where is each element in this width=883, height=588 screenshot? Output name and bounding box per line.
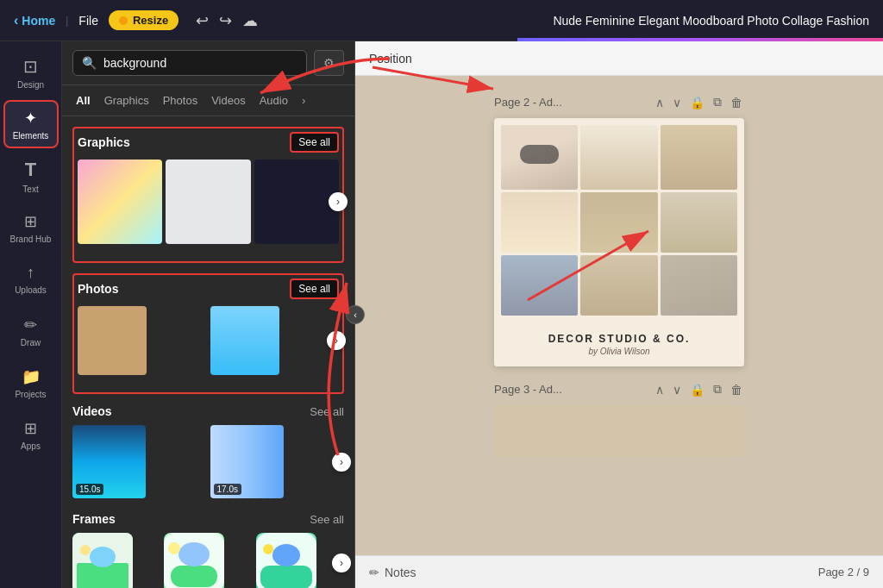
videos-see-all[interactable]: See all xyxy=(310,405,344,418)
video-item-1[interactable]: 15.0s xyxy=(72,425,146,498)
video-duration-1: 15.0s xyxy=(76,484,103,495)
back-icon: ‹ xyxy=(14,13,18,28)
svg-point-2 xyxy=(90,547,116,567)
redo-button[interactable]: ↪ xyxy=(219,11,232,30)
frames-next[interactable]: › xyxy=(332,554,351,572)
frames-section: Frames See all xyxy=(72,512,344,588)
document-title: Nude Feminine Elegant Moodboard Photo Co… xyxy=(553,14,869,28)
design-icon: ⊡ xyxy=(23,56,38,77)
frame-item-3[interactable] xyxy=(256,533,316,588)
category-tabs: All Graphics Photos Videos Audio › xyxy=(62,85,354,116)
separator: | xyxy=(66,15,68,27)
resize-button[interactable]: Resize xyxy=(109,10,178,30)
moodboard-img-3 xyxy=(661,125,737,190)
page-3-label: Page 3 - Ad... xyxy=(494,383,647,396)
tab-all[interactable]: All xyxy=(72,92,94,109)
search-input-wrap[interactable]: 🔍 xyxy=(72,50,307,76)
photos-grid: › xyxy=(78,306,339,375)
graphics-item-2[interactable] xyxy=(166,160,250,244)
videos-section-header: Videos See all xyxy=(72,404,344,418)
photos-item-1[interactable] xyxy=(78,306,147,375)
page-2-lock[interactable]: 🔒 xyxy=(688,94,706,111)
sidebar-item-draw[interactable]: ✏ Draw xyxy=(3,307,59,355)
moodboard-img-1 xyxy=(501,125,578,190)
video-item-2[interactable]: 17.0s xyxy=(210,425,284,498)
bottom-bar: ✏ Notes Page 2 / 9 xyxy=(355,555,883,588)
canvas-scroll[interactable]: Page 2 - Ad... ∧ ∨ 🔒 ⧉ 🗑 xyxy=(355,76,883,555)
page-2-down[interactable]: ∨ xyxy=(671,94,683,111)
photos-next[interactable]: › xyxy=(327,331,346,350)
frames-see-all[interactable]: See all xyxy=(310,513,344,526)
photos-section-highlight: Photos See all › xyxy=(72,273,344,394)
photos-title: Photos xyxy=(78,282,118,296)
graphics-item-1[interactable] xyxy=(78,160,162,244)
notes-button[interactable]: ✏ Notes xyxy=(369,566,416,579)
undo-button[interactable]: ↩ xyxy=(196,11,209,30)
moodboard-img-8 xyxy=(580,255,657,316)
svg-point-10 xyxy=(272,544,300,566)
design-subtitle: by Olivia Wilson xyxy=(501,347,737,356)
cloud-save-button[interactable]: ☁ xyxy=(242,11,258,30)
brand-icon: ⊞ xyxy=(24,212,37,231)
moodboard-img-5 xyxy=(580,192,657,253)
sidebar-item-apps[interactable]: ⊞ Apps xyxy=(3,410,59,459)
search-bar: 🔍 ⚙ xyxy=(62,41,354,85)
page-3-container: Page 3 - Ad... ∧ ∨ 🔒 ⧉ 🗑 xyxy=(494,380,744,457)
svg-point-3 xyxy=(80,545,91,555)
search-input[interactable] xyxy=(103,56,297,70)
svg-rect-5 xyxy=(171,566,217,587)
uploads-icon: ↑ xyxy=(27,264,34,282)
tab-videos[interactable]: Videos xyxy=(208,92,249,109)
page-3-header: Page 3 - Ad... ∧ ∨ 🔒 ⧉ 🗑 xyxy=(494,380,744,398)
graphics-see-all[interactable]: See all xyxy=(290,132,339,153)
sidebar-item-projects[interactable]: 📁 Projects xyxy=(3,359,59,407)
tab-audio[interactable]: Audio xyxy=(256,92,291,109)
graphics-item-3[interactable] xyxy=(254,160,339,244)
frame-item-1[interactable] xyxy=(72,533,133,588)
videos-next[interactable]: › xyxy=(332,453,351,472)
page-3-delete[interactable]: 🗑 xyxy=(729,381,744,398)
moodboard-img-2 xyxy=(580,125,657,190)
photos-item-2[interactable] xyxy=(210,306,279,375)
page-3-lock[interactable]: 🔒 xyxy=(688,381,706,398)
page-2-actions: ∧ ∨ 🔒 ⧉ 🗑 xyxy=(654,93,744,111)
frame-item-2[interactable] xyxy=(164,533,224,588)
elements-icon: ✦ xyxy=(24,109,37,128)
home-button[interactable]: ‹ Home xyxy=(14,13,55,28)
svg-point-7 xyxy=(168,542,180,554)
moodboard-img-7 xyxy=(501,255,578,316)
page-3-down[interactable]: ∨ xyxy=(671,381,683,398)
frames-grid: › xyxy=(72,533,344,588)
sidebar-item-brand[interactable]: ⊞ Brand Hub xyxy=(3,203,59,252)
frame-svg-2 xyxy=(164,533,224,588)
notes-icon: ✏ xyxy=(369,566,379,579)
filter-button[interactable]: ⚙ xyxy=(314,50,344,76)
draw-icon: ✏ xyxy=(24,316,37,335)
page-3-up[interactable]: ∧ xyxy=(654,381,666,398)
page-2-copy[interactable]: ⧉ xyxy=(711,93,723,111)
graphics-section-highlight: Graphics See all › xyxy=(72,127,344,263)
graphics-section-header: Graphics See all xyxy=(78,132,339,153)
sidebar-item-text[interactable]: T Text xyxy=(3,152,59,200)
panel-content: Graphics See all › Photos See xyxy=(62,116,354,588)
frame-svg-1 xyxy=(72,533,133,588)
sidebar-item-uploads[interactable]: ↑ Uploads xyxy=(3,255,59,303)
page-3-copy[interactable]: ⧉ xyxy=(711,380,723,398)
design-card-page-2[interactable]: DECOR STUDIO & CO. by Olivia Wilson xyxy=(494,118,744,366)
frame-svg-3 xyxy=(256,533,316,588)
brand-gradient-bar xyxy=(517,38,883,41)
sidebar-item-elements[interactable]: ✦ Elements xyxy=(3,100,59,148)
tab-photos[interactable]: Photos xyxy=(160,92,201,109)
page-2-delete[interactable]: 🗑 xyxy=(729,94,744,111)
tab-graphics[interactable]: Graphics xyxy=(101,92,153,109)
graphics-next[interactable]: › xyxy=(329,192,348,211)
sidebar-item-design[interactable]: ⊡ Design xyxy=(3,48,59,97)
notes-label: Notes xyxy=(385,566,416,579)
svg-rect-9 xyxy=(260,566,312,588)
tab-more[interactable]: › xyxy=(298,92,309,109)
panel-collapse-button[interactable]: ‹ xyxy=(346,305,365,324)
page-2-up[interactable]: ∧ xyxy=(654,94,666,111)
file-menu[interactable]: File xyxy=(78,14,98,28)
photos-see-all[interactable]: See all xyxy=(290,278,339,299)
videos-grid: 15.0s 17.0s › xyxy=(72,425,344,498)
